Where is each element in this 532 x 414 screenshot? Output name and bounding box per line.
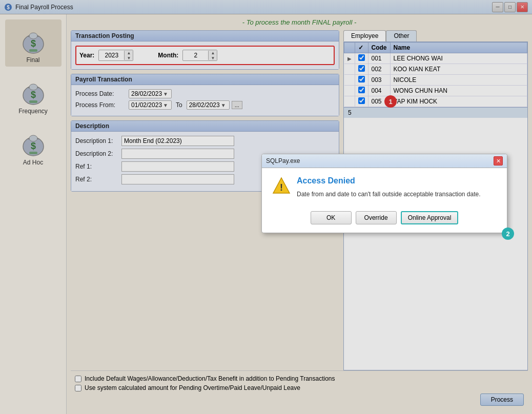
online-approval-button[interactable]: Online Approval	[401, 211, 459, 224]
warning-icon: !	[272, 176, 291, 195]
ok-button[interactable]: OK	[311, 211, 352, 224]
dialog-close-button[interactable]: ✕	[494, 156, 503, 165]
dialog-body: ! Access Denied Date from and date to ca…	[262, 168, 507, 207]
dialog-title: SQLPay.exe	[266, 157, 300, 164]
access-denied-text: Access Denied	[297, 176, 497, 185]
dialog-message: Date from and date to can't fall outside…	[297, 190, 497, 199]
badge-2: 2	[502, 227, 514, 240]
sqlpay-dialog: SQLPay.exe ✕ ! Access Denied Date from a…	[261, 154, 507, 233]
dialog-titlebar: SQLPay.exe ✕	[262, 154, 507, 168]
svg-text:!: !	[280, 182, 283, 193]
dialog-buttons: OK Override Online Approval 2	[262, 207, 507, 233]
override-button[interactable]: Override	[356, 211, 397, 224]
dialog-content: Access Denied Date from and date to can'…	[297, 176, 497, 199]
